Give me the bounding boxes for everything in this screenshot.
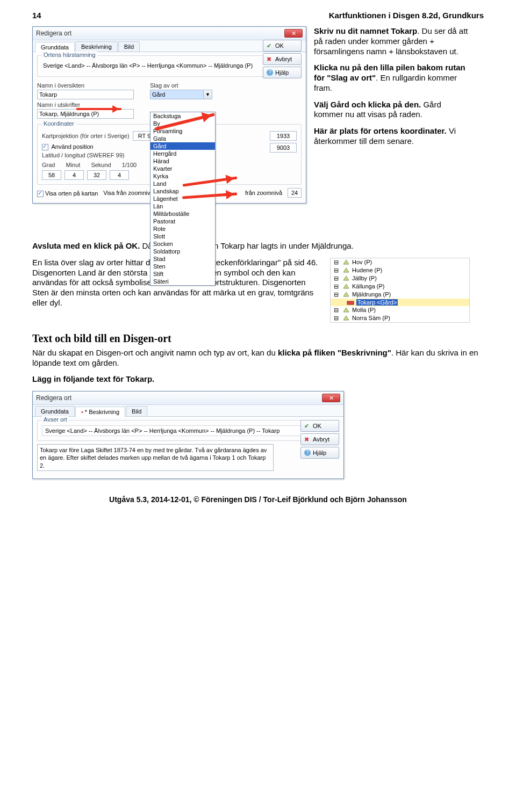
page-header: 14 Kartfunktionen i Disgen 8.2d, Grundku… (32, 11, 484, 20)
list-item[interactable]: Gata (150, 135, 215, 142)
list-item[interactable]: Slott (150, 233, 215, 240)
tab-beskrivning[interactable]: * Beskrivning (75, 407, 125, 417)
dialog-titlebar[interactable]: Redigera ort ✕ (33, 392, 343, 405)
svg-marker-0 (343, 260, 349, 264)
svg-marker-1 (343, 268, 349, 272)
place-icon (342, 307, 350, 313)
label-zoom-to: från zoomnivå (245, 190, 282, 196)
list-item[interactable]: Pastorat (150, 218, 215, 225)
list-item[interactable]: Herrgård (150, 150, 215, 157)
group-coord-title: Koordinater (42, 120, 76, 127)
svg-marker-6 (343, 308, 349, 312)
check-icon: ✔ (304, 423, 311, 429)
list-item[interactable]: Härad (150, 157, 215, 165)
list-item[interactable]: Stad (150, 255, 215, 263)
farm-icon (347, 300, 354, 305)
label-name-overview: Namn i översikten (37, 82, 134, 89)
checkbox-use-position[interactable] (42, 144, 48, 150)
close-icon[interactable]: ✕ (284, 29, 303, 38)
list-item[interactable]: Soldattorp (150, 248, 215, 255)
input-coord-x[interactable] (270, 131, 297, 141)
dialog-title: Redigera ort (36, 394, 71, 402)
place-icon (342, 267, 350, 273)
place-icon (342, 292, 350, 297)
list-item[interactable]: Säteri (150, 278, 215, 285)
dialog-redigera-ort-beskrivning: Redigera ort ✕ Grunddata * Beskrivning B… (32, 391, 344, 479)
dialog-redigera-ort: Redigera ort ✕ Grunddata Beskrivning Bil… (32, 26, 306, 204)
origin-path: Sverige <Land> -- Älvsborgs län <P> -- H… (42, 59, 297, 72)
label-slag: Slag av ort (150, 82, 212, 89)
description-textarea[interactable]: Tokarp var före Laga Skiftet 1873-74 en … (37, 444, 274, 471)
instruction-text: Skriv nu dit namnet Tokarp. Du ser då at… (314, 26, 470, 153)
dialog-title: Redigera ort (36, 30, 71, 37)
input-hundradel[interactable] (110, 170, 129, 180)
tab-grunddata[interactable]: Grunddata (35, 42, 75, 52)
input-name-overview[interactable] (37, 90, 134, 99)
tab-grunddata[interactable]: Grunddata (35, 406, 75, 416)
place-icon (342, 259, 350, 265)
label-use-position: Använd position (51, 143, 93, 150)
question-icon: ? (304, 450, 311, 456)
ok-button[interactable]: ✔OK (300, 420, 339, 432)
checkbox-show-on-map[interactable] (37, 191, 44, 197)
list-item[interactable]: Kvarter (150, 165, 215, 172)
help-button[interactable]: ?Hjälp (300, 447, 339, 459)
svg-marker-3 (343, 284, 349, 288)
input-sekund[interactable] (87, 170, 106, 180)
list-item[interactable]: Sten (150, 263, 215, 270)
input-minut[interactable] (64, 170, 84, 180)
cancel-button[interactable]: ✖Avbryt (263, 53, 302, 65)
list-item[interactable]: Kyrka (150, 172, 215, 180)
dialog-titlebar[interactable]: Redigera ort ✕ (33, 27, 306, 40)
group-origin-title: Ortens härstamning (42, 52, 97, 58)
x-icon: ✖ (304, 436, 311, 443)
body-paragraph: Avsluta med en klick på OK. Då ser du hu… (32, 241, 484, 251)
question-icon: ? (267, 69, 273, 76)
tab-beskrivning[interactable]: Beskrivning (75, 41, 118, 52)
input-zoom-to[interactable] (288, 188, 302, 198)
svg-marker-7 (343, 316, 349, 320)
x-icon: ✖ (267, 56, 273, 62)
svg-marker-2 (343, 276, 349, 280)
cancel-button[interactable]: ✖Avbryt (300, 433, 339, 445)
section-heading: Text och bild till en Disgen-ort (32, 332, 484, 345)
label-projection: Kartprojektion (för orter i Sverige) (42, 133, 130, 139)
page-title: Kartfunktionen i Disgen 8.2d, Grundkurs (329, 11, 484, 20)
avser-path: Sverige <Land> -- Älvsborgs län <P> -- H… (42, 425, 334, 436)
label-zoom-from: Visa från zoomnivå (103, 190, 153, 196)
list-item[interactable]: Socken (150, 240, 215, 248)
input-grad[interactable] (42, 170, 61, 180)
tab-bild[interactable]: Bild (118, 41, 140, 52)
list-item[interactable]: Landskap (150, 187, 215, 195)
body-paragraph: När du skapat en Disgen-ort och angivit … (32, 348, 484, 385)
svg-marker-4 (343, 292, 349, 296)
page-footer: Utgåva 5.3, 2014-12-01, © Föreningen DIS… (32, 495, 484, 504)
list-item[interactable]: Militärboställe (150, 210, 215, 218)
svg-rect-5 (347, 301, 354, 305)
check-icon: ✔ (267, 42, 273, 49)
list-item-selected[interactable]: Gård (150, 142, 215, 150)
place-tree[interactable]: ⊟Hov (P) ⊟Hudene (P) ⊟Jällby (P) ⊟Källun… (330, 258, 470, 323)
input-coord-y[interactable] (270, 143, 297, 153)
place-icon (342, 276, 350, 281)
list-item[interactable]: Län (150, 202, 215, 210)
arrow-annotation-icon (76, 108, 121, 110)
close-icon[interactable]: ✕ (322, 394, 340, 402)
page-number: 14 (32, 11, 41, 20)
place-icon (342, 315, 350, 321)
help-button[interactable]: ?Hjälp (263, 67, 302, 78)
input-slag[interactable] (150, 90, 204, 99)
chevron-down-icon[interactable]: ▼ (204, 90, 212, 99)
group-avser-title: Avser ort (42, 416, 69, 423)
place-icon (342, 284, 350, 289)
ok-button[interactable]: ✔OK (263, 40, 302, 52)
list-item[interactable]: Rote (150, 225, 215, 233)
list-item[interactable]: Stift (150, 270, 215, 278)
tab-bild[interactable]: Bild (126, 406, 147, 416)
label-show-on-map: Visa orten på kartan (45, 190, 98, 197)
